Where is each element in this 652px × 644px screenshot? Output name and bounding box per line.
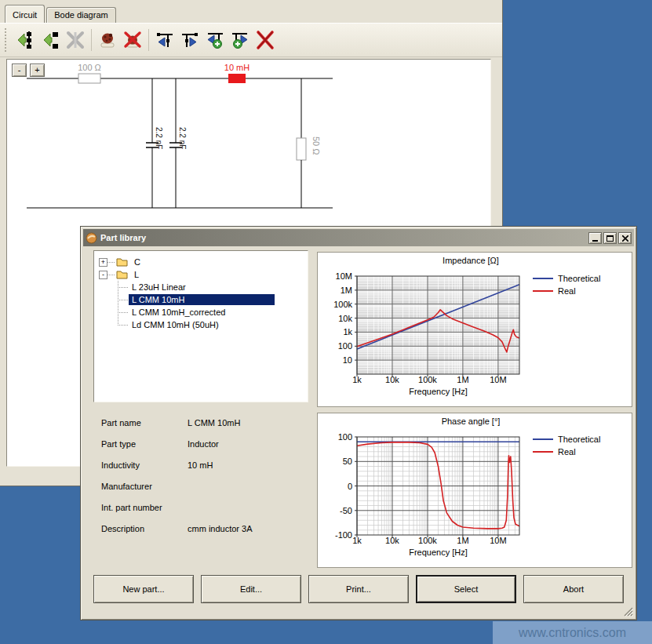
tree-item-label[interactable]: L CMM 10mH_corrected [129, 307, 228, 318]
insert-part-back-icon[interactable] [13, 27, 38, 53]
tree-item[interactable]: Ld CMM 10mH (50uH) [94, 318, 308, 331]
detail-value: 10 mH [188, 460, 313, 470]
detail-label: Part type [101, 439, 188, 449]
svg-text:Real: Real [558, 286, 576, 296]
svg-text:1k: 1k [352, 536, 362, 545]
resistor-r1-label: 100 Ω [78, 63, 101, 72]
tree-folder-label[interactable]: C [131, 257, 144, 267]
tab-strip: Circuit Bode diagram [5, 2, 118, 23]
inductor-l1-selected[interactable] [228, 74, 246, 83]
add-probe-left-icon[interactable] [202, 27, 228, 53]
tree-folder-l[interactable]: - L [94, 268, 308, 281]
resistor-r2[interactable] [297, 138, 306, 160]
dialog-title: Part library [100, 233, 587, 242]
detail-value: Inductor [188, 439, 313, 449]
svg-text:1M: 1M [341, 286, 352, 295]
part-tree[interactable]: + C - L L 23uH Linear L [93, 250, 308, 402]
detail-row: Int. part number [101, 497, 313, 518]
insert-part-icon[interactable] [38, 27, 63, 53]
svg-text:Frequency [Hz]: Frequency [Hz] [409, 387, 468, 396]
resize-grip-icon[interactable] [623, 606, 633, 617]
new-part-button[interactable]: New part... [93, 575, 194, 603]
tree-item-label[interactable]: L 23uH Linear [129, 282, 189, 293]
tree-item[interactable]: L 23uH Linear [94, 281, 308, 293]
tab-bode-diagram[interactable]: Bode diagram [46, 7, 116, 23]
svg-text:10: 10 [343, 355, 352, 365]
maximize-button[interactable] [603, 232, 617, 244]
phase-angle-chart: 1k10k100k1M10M-100-50050100Phase angle [… [317, 413, 632, 568]
capacitor-c1-label: 2.2 nF [155, 127, 163, 149]
select-button[interactable]: Select [416, 575, 516, 603]
capacitor-c2-label: 2.2 nF [178, 127, 187, 149]
toolbar-separator [91, 29, 92, 51]
delete-probe-icon[interactable] [253, 27, 278, 53]
tree-item-selected[interactable]: L CMM 10mH [94, 293, 308, 306]
folder-icon [116, 257, 128, 267]
svg-text:Real: Real [558, 447, 576, 457]
abort-button[interactable]: Abort [523, 575, 624, 603]
detail-label: Int. part number [101, 503, 188, 512]
impedance-chart: 1k10k100k1M10M101001k10k100k1M10MImpedan… [317, 252, 632, 407]
add-probe-right-icon[interactable] [228, 27, 253, 53]
svg-text:Phase angle [°]: Phase angle [°] [442, 417, 501, 426]
detail-row: Part type Inductor [101, 433, 313, 454]
folder-icon [116, 270, 128, 279]
print-button[interactable]: Print... [308, 575, 409, 603]
tree-item-label[interactable]: Ld CMM 10mH (50uH) [129, 319, 222, 330]
close-icon [622, 235, 628, 242]
app-icon [86, 232, 97, 244]
detail-row: Manufacturer [101, 475, 313, 497]
delete-part-icon[interactable] [120, 27, 145, 53]
dialog-titlebar[interactable]: Part library [83, 229, 634, 246]
tree-connector [107, 262, 115, 263]
resistor-r1[interactable] [78, 74, 100, 83]
detail-value: L CMM 10mH [188, 418, 313, 428]
tree-folder-c[interactable]: + C [94, 256, 308, 268]
svg-text:-100: -100 [335, 530, 352, 540]
svg-text:Theoretical: Theoretical [558, 435, 600, 444]
svg-text:1M: 1M [457, 536, 468, 545]
svg-text:10k: 10k [338, 314, 352, 323]
svg-text:0: 0 [348, 482, 352, 491]
part-library-bug-icon[interactable] [95, 27, 120, 53]
zoom-in-button[interactable]: + [30, 64, 45, 77]
svg-text:100: 100 [338, 432, 352, 442]
detail-label: Part name [101, 418, 188, 428]
svg-text:10M: 10M [490, 536, 506, 545]
svg-text:-50: -50 [340, 506, 352, 515]
svg-text:1k: 1k [352, 375, 362, 384]
svg-text:100k: 100k [418, 375, 437, 384]
detail-value: cmm inductor 3A [188, 524, 313, 533]
close-button[interactable] [618, 232, 632, 244]
tree-item-label[interactable]: L CMM 10mH [129, 294, 275, 305]
tree-folder-label[interactable]: L [131, 269, 142, 280]
watermark-banner: www.cntronics.com [493, 621, 652, 644]
zoom-out-button[interactable]: - [12, 64, 27, 77]
tab-circuit[interactable]: Circuit [5, 5, 45, 23]
part-library-dialog: Part library + C - [80, 226, 637, 620]
tree-item[interactable]: L CMM 10mH_corrected [94, 306, 308, 318]
expand-icon[interactable]: + [99, 258, 107, 267]
probe-left-icon[interactable] [152, 27, 177, 53]
svg-text:100: 100 [338, 341, 352, 351]
resistor-r2-label: 50 Ω [311, 136, 321, 155]
detail-row: Description cmm inductor 3A [101, 518, 313, 539]
collapse-icon[interactable]: - [99, 271, 107, 279]
cut-disabled-icon [63, 27, 88, 53]
svg-text:Impedance [Ω]: Impedance [Ω] [443, 256, 499, 265]
svg-text:100k: 100k [418, 536, 437, 545]
svg-text:Frequency [Hz]: Frequency [Hz] [409, 548, 468, 557]
detail-label: Inductivity [101, 460, 188, 470]
inductor-l1-label: 10 mH [224, 63, 250, 72]
svg-text:10M: 10M [336, 271, 352, 281]
toolbar [0, 23, 502, 57]
toolbar-gripper[interactable] [5, 28, 8, 52]
detail-label: Manufacturer [101, 482, 188, 491]
svg-text:100k: 100k [333, 300, 352, 309]
probe-right-icon[interactable] [177, 27, 202, 53]
minimize-button[interactable] [588, 232, 602, 244]
svg-text:10k: 10k [385, 536, 399, 545]
desktop: Circuit Bode diagram [0, 0, 652, 644]
edit-button[interactable]: Edit... [201, 575, 301, 603]
svg-text:Theoretical: Theoretical [558, 274, 600, 283]
